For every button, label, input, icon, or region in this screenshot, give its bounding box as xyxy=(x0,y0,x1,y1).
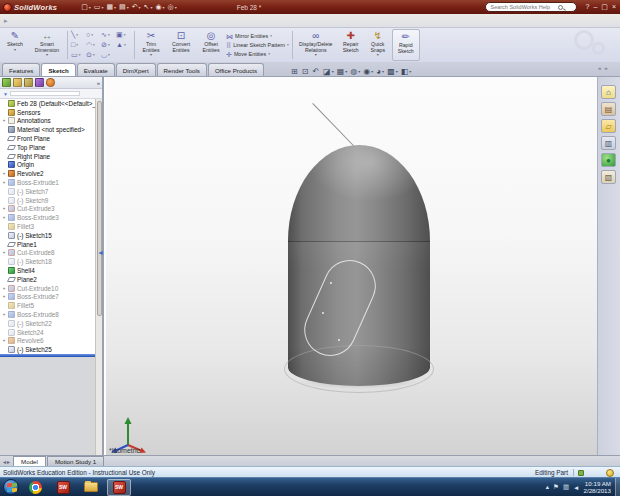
expander-icon[interactable]: + xyxy=(2,206,6,211)
feature-tree-item[interactable]: (-) Sketch7 xyxy=(0,187,97,196)
rebuild-icon[interactable]: ◉▾ xyxy=(155,3,164,11)
feature-tree-item[interactable]: (-) Sketch22 xyxy=(0,319,97,328)
feature-tree-item[interactable]: Origin xyxy=(0,161,97,170)
feature-tree-item[interactable]: + Revolve6 xyxy=(0,337,97,346)
hide-show-items-icon[interactable]: ◉▾ xyxy=(363,67,373,76)
sketch-tool-icon[interactable]: ∿▾ xyxy=(101,30,116,40)
expander-icon[interactable]: + xyxy=(2,215,6,220)
rapid-sketch-button[interactable]: ✏ Rapid Sketch xyxy=(392,29,420,61)
zoom-to-fit-icon[interactable]: ⊞ xyxy=(291,67,299,76)
solidworks-icon[interactable]: SW xyxy=(51,479,75,496)
feature-tree-item[interactable]: + Revolve2 xyxy=(0,169,97,178)
feature-tree-item[interactable]: + Cut-Extrude3 xyxy=(0,205,97,214)
explorer-icon[interactable] xyxy=(79,479,103,496)
tab-next-icon[interactable]: ▸ xyxy=(7,458,10,465)
feature-tree-item[interactable]: Right Plane xyxy=(0,152,97,161)
property-manager-tab-icon[interactable] xyxy=(13,78,22,87)
document-tab[interactable]: Model xyxy=(13,456,46,466)
chevron-right-icon[interactable]: » xyxy=(97,80,100,86)
tab-scroll-buttons[interactable]: ◂ ▸ xyxy=(3,458,10,465)
offset-entities-button[interactable]: ◎ Offset Entities xyxy=(198,29,224,61)
tree-filter-bar[interactable]: ▼ xyxy=(0,89,102,99)
model-dome-top[interactable] xyxy=(288,145,430,241)
chevron-down-icon[interactable]: ▾ xyxy=(46,53,48,57)
expander-icon[interactable]: + xyxy=(2,118,6,123)
help-button[interactable]: ? xyxy=(585,3,589,11)
expander-icon[interactable]: + xyxy=(2,180,6,185)
configuration-manager-tab-icon[interactable] xyxy=(24,78,33,87)
ribbon-tab[interactable]: Office Products xyxy=(208,63,264,76)
expander-icon[interactable]: + xyxy=(2,294,6,299)
search-icon[interactable] xyxy=(558,5,563,10)
quick-snaps-button[interactable]: ↯ Quick Snaps ▾ xyxy=(366,29,390,61)
display-manager-tab-icon[interactable] xyxy=(46,78,55,87)
document-tab[interactable]: Motion Study 1 xyxy=(47,456,104,466)
maximize-button[interactable]: ▢ xyxy=(601,3,608,11)
mirror-entities-button[interactable]: ⋈ Mirror Entities▾ xyxy=(226,33,289,40)
feature-tree-item[interactable]: (-) Sketch25 xyxy=(0,345,97,354)
chevron-down-icon[interactable]: ▾ xyxy=(14,48,16,52)
feature-tree-item[interactable]: Fillet5 xyxy=(0,301,97,310)
network-icon[interactable]: ▥ xyxy=(563,483,569,491)
display-style-icon[interactable]: ◍▾ xyxy=(350,67,360,76)
feature-tree-item[interactable]: Plane2 xyxy=(0,275,97,284)
sketch-tool-icon[interactable]: ▣▾ xyxy=(116,30,131,40)
minimize-button[interactable]: – xyxy=(593,3,597,11)
solidworks-active-icon[interactable]: SW xyxy=(107,479,131,496)
sketch-tool-icon[interactable]: □▾ xyxy=(71,40,86,50)
search-input[interactable] xyxy=(488,3,556,11)
new-document-icon[interactable]: ▢▾ xyxy=(81,3,91,11)
feature-tree-item[interactable]: Sensors xyxy=(0,108,97,117)
feature-tree-item[interactable]: (-) Sketch9 xyxy=(0,196,97,205)
expand-pane-icon[interactable]: » xyxy=(604,65,607,71)
save-icon[interactable]: ▦▾ xyxy=(106,3,116,11)
feature-tree-item[interactable]: (-) Sketch18 xyxy=(0,257,97,266)
feature-tree-item[interactable]: + Cut-Extrude8 xyxy=(0,249,97,258)
file-explorer-icon[interactable]: ▱ xyxy=(601,119,616,133)
feature-tree-item[interactable]: + Annotations xyxy=(0,117,97,126)
apply-scene-icon[interactable]: ▩▾ xyxy=(387,67,398,76)
sketch-tool-icon[interactable]: ▲▾ xyxy=(116,40,131,50)
panel-collapse-arrow-icon[interactable]: ◄ xyxy=(97,249,104,256)
convert-entities-button[interactable]: ⊡ Convert Entities xyxy=(166,29,196,61)
appearances-scenes-icon[interactable]: ● xyxy=(601,153,616,167)
feature-tree-item[interactable]: Plane1 xyxy=(0,240,97,249)
undo-icon[interactable]: ↶▾ xyxy=(132,3,141,11)
ribbon-tab[interactable]: Render Tools xyxy=(157,63,207,76)
feature-tree-item[interactable]: + Cut-Extrude10 xyxy=(0,284,97,293)
sketch-tool-icon[interactable]: ▭▾ xyxy=(71,50,86,60)
view-palette-icon[interactable]: ▥ xyxy=(601,136,616,150)
start-button[interactable] xyxy=(3,479,19,495)
filter-input[interactable] xyxy=(10,91,80,96)
taskbar-clock[interactable]: 10:19 AM 2/28/2013 xyxy=(583,480,611,494)
design-library-icon[interactable]: ▤ xyxy=(601,102,616,116)
edit-appearance-icon[interactable]: ◕▾ xyxy=(376,67,384,76)
trim-entities-button[interactable]: ✂ Trim Entities ▾ xyxy=(138,29,164,61)
scrollbar-thumb[interactable] xyxy=(97,101,102,316)
collapse-pane-icon[interactable]: « xyxy=(598,65,601,71)
zoom-to-area-icon[interactable]: ⊡ xyxy=(302,67,310,76)
graphics-viewport[interactable]: *Isometric xyxy=(106,77,597,455)
feature-tree-item[interactable]: + Boss-Extrude8 xyxy=(0,310,97,319)
volume-icon[interactable]: ◄ xyxy=(573,484,579,491)
feature-tree-item[interactable]: Shell4 xyxy=(0,266,97,275)
move-entities-button[interactable]: ✛ Move Entities▾ xyxy=(226,51,289,58)
expander-icon[interactable]: + xyxy=(2,286,6,291)
expander-icon[interactable]: + xyxy=(2,250,6,255)
chevron-down-icon[interactable]: ▾ xyxy=(150,53,152,57)
chevron-down-icon[interactable]: ▾ xyxy=(315,53,317,57)
open-icon[interactable]: ▭▾ xyxy=(94,3,104,11)
feature-tree-item[interactable]: (-) Sketch15 xyxy=(0,231,97,240)
feature-tree-item[interactable]: Front Plane xyxy=(0,134,97,143)
repair-sketch-button[interactable]: ✚ Repair Sketch xyxy=(338,29,364,61)
sketch-tool-icon[interactable]: ○▾ xyxy=(86,30,101,40)
expander-icon[interactable]: + xyxy=(2,312,6,317)
chevron-down-icon[interactable]: ▾ xyxy=(377,53,379,57)
ribbon-tab[interactable]: Sketch xyxy=(41,63,75,76)
sketch-tool-icon[interactable]: ⊘▾ xyxy=(101,40,116,50)
sketch-tool-icon[interactable]: ◡▾ xyxy=(101,50,116,60)
tree-scrollbar[interactable] xyxy=(95,99,102,455)
previous-view-icon[interactable]: ↶ xyxy=(312,67,320,76)
smart-dimension-button[interactable]: ↔ Smart Dimension ▾ xyxy=(30,29,64,61)
custom-properties-icon[interactable]: ▧ xyxy=(601,170,616,184)
